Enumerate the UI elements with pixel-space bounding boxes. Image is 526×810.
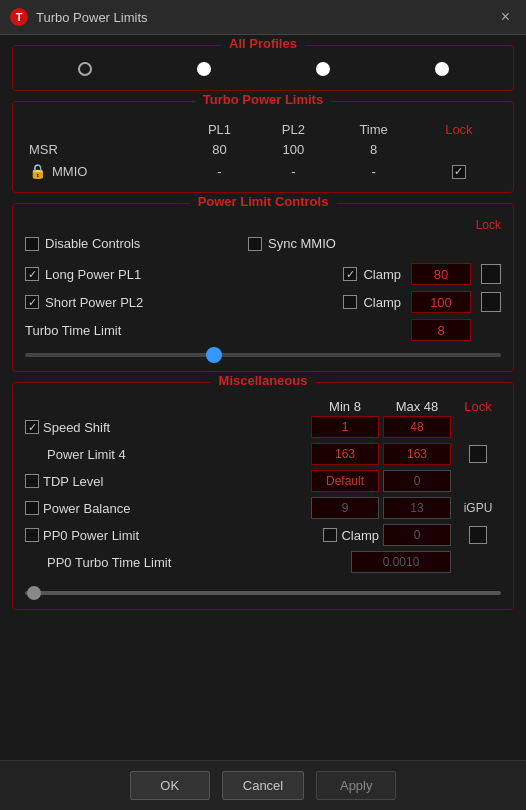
all-profiles-title: All Profiles — [221, 36, 305, 51]
mmio-pl1: - — [183, 160, 257, 182]
speed-shift-row: Speed Shift — [25, 416, 501, 438]
pp0-power-checkbox[interactable] — [25, 528, 39, 542]
pp0-clamp-checkbox[interactable] — [323, 528, 337, 542]
misc-slider-track[interactable] — [25, 591, 501, 595]
power-limit4-row: Power Limit 4 — [25, 443, 501, 465]
pp0-power-lock[interactable] — [469, 526, 487, 544]
plc-slider-container — [25, 349, 501, 361]
misc-slider-thumb[interactable] — [27, 586, 41, 600]
bottom-bar: OK Cancel Apply — [0, 760, 526, 810]
power-limit4-max[interactable] — [383, 443, 451, 465]
misc-lock-label: Lock — [455, 399, 501, 414]
profile-dot-1[interactable] — [78, 62, 92, 76]
main-content: All Profiles Turbo Power Limits PL1 PL2 … — [0, 35, 526, 760]
table-row: 🔒 MMIO - - - — [25, 160, 501, 182]
mmio-label: 🔒 MMIO — [25, 160, 183, 182]
tdp-level-max[interactable] — [383, 470, 451, 492]
plc-slider-thumb[interactable] — [206, 347, 222, 363]
time-limit-label: Turbo Time Limit — [25, 323, 121, 338]
all-profiles-section: All Profiles — [12, 45, 514, 91]
pp0-power-max[interactable] — [383, 524, 451, 546]
short-power-value[interactable] — [411, 291, 471, 313]
pp0-turbo-label: PP0 Turbo Time Limit — [47, 555, 347, 570]
mmio-lock-checkbox[interactable] — [452, 165, 466, 179]
table-row: MSR 80 100 8 — [25, 139, 501, 160]
pp0-turbo-row: PP0 Turbo Time Limit — [25, 551, 501, 573]
profile-dot-2[interactable] — [197, 62, 211, 76]
short-power-lock[interactable] — [481, 292, 501, 312]
long-power-row: Long Power PL1 Clamp — [25, 263, 501, 285]
pp0-clamp-group: Clamp — [323, 528, 379, 543]
misc-headers: Min 8 Max 48 Lock — [25, 399, 501, 414]
speed-shift-label: Speed Shift — [43, 420, 307, 435]
short-power-row: Short Power PL2 Clamp — [25, 291, 501, 313]
time-limit-value[interactable] — [411, 319, 471, 341]
msr-time: 8 — [330, 139, 416, 160]
misc-slider-container — [25, 581, 501, 599]
col-lock: Lock — [417, 120, 501, 139]
ok-button[interactable]: OK — [130, 771, 210, 800]
pp0-power-limit-row: PP0 Power Limit Clamp — [25, 524, 501, 546]
mmio-time: - — [330, 160, 416, 182]
mmio-pl2: - — [256, 160, 330, 182]
apply-button[interactable]: Apply — [316, 771, 396, 800]
short-clamp-label: Clamp — [363, 295, 401, 310]
power-limit4-label: Power Limit 4 — [47, 447, 307, 462]
msr-pl1: 80 — [183, 139, 257, 160]
long-clamp-label: Clamp — [363, 267, 401, 282]
sync-mmio-label: Sync MMIO — [268, 236, 336, 251]
tpl-table: PL1 PL2 Time Lock MSR 80 100 8 🔒 — [25, 120, 501, 182]
short-power-checkbox[interactable] — [25, 295, 39, 309]
power-limit-controls-section: Power Limit Controls Lock Disable Contro… — [12, 203, 514, 372]
msr-label: MSR — [25, 139, 183, 160]
short-power-label: Short Power PL2 — [45, 295, 143, 310]
disable-controls-checkbox[interactable] — [25, 237, 39, 251]
sync-mmio-row: Sync MMIO — [248, 236, 461, 251]
power-balance-checkbox[interactable] — [25, 501, 39, 515]
profile-dot-3[interactable] — [316, 62, 330, 76]
app-icon: T — [10, 8, 28, 26]
turbo-power-limits-section: Turbo Power Limits PL1 PL2 Time Lock MSR… — [12, 101, 514, 193]
col-pl2: PL2 — [256, 120, 330, 139]
lock-icon: 🔒 — [29, 163, 46, 179]
title-bar-left: T Turbo Power Limits — [10, 8, 148, 26]
power-limit4-lock[interactable] — [469, 445, 487, 463]
tdp-level-min[interactable] — [311, 470, 379, 492]
col-time: Time — [330, 120, 416, 139]
misc-col-max: Max 48 — [383, 399, 451, 414]
window-title: Turbo Power Limits — [36, 10, 148, 25]
speed-shift-min[interactable] — [311, 416, 379, 438]
close-button[interactable]: × — [495, 6, 516, 28]
speed-shift-checkbox[interactable] — [25, 420, 39, 434]
title-bar: T Turbo Power Limits × — [0, 0, 526, 35]
power-balance-max[interactable] — [383, 497, 451, 519]
power-balance-label: Power Balance — [43, 501, 307, 516]
power-balance-min[interactable] — [311, 497, 379, 519]
short-clamp-checkbox[interactable] — [343, 295, 357, 309]
long-power-checkbox[interactable] — [25, 267, 39, 281]
pp0-clamp-label: Clamp — [341, 528, 379, 543]
long-clamp-checkbox[interactable] — [343, 267, 357, 281]
speed-shift-max[interactable] — [383, 416, 451, 438]
power-balance-row: Power Balance iGPU — [25, 497, 501, 519]
sync-mmio-checkbox[interactable] — [248, 237, 262, 251]
power-limit-controls-title: Power Limit Controls — [190, 194, 337, 209]
profile-dot-4[interactable] — [435, 62, 449, 76]
power-limit4-min[interactable] — [311, 443, 379, 465]
miscellaneous-title: Miscellaneous — [211, 373, 316, 388]
disable-controls-row: Disable Controls — [25, 236, 238, 251]
plc-lock-label: Lock — [476, 218, 501, 232]
col-label — [25, 120, 183, 139]
mmio-lock[interactable] — [417, 160, 501, 182]
long-power-lock[interactable] — [481, 264, 501, 284]
tdp-level-checkbox[interactable] — [25, 474, 39, 488]
pp0-turbo-value[interactable] — [351, 551, 451, 573]
cancel-button[interactable]: Cancel — [222, 771, 304, 800]
long-power-value[interactable] — [411, 263, 471, 285]
long-power-label: Long Power PL1 — [45, 267, 141, 282]
misc-col-min: Min 8 — [311, 399, 379, 414]
msr-pl2: 100 — [256, 139, 330, 160]
plc-slider-track[interactable] — [25, 353, 501, 357]
turbo-power-limits-title: Turbo Power Limits — [195, 92, 331, 107]
profiles-row — [25, 54, 501, 80]
